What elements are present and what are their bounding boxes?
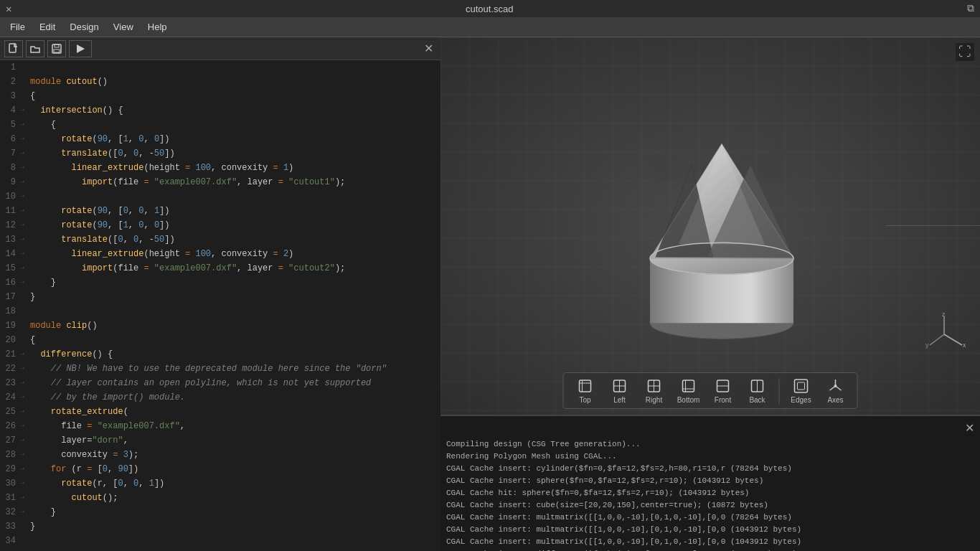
line-number: 27 bbox=[0, 433, 20, 448]
code-line: 27→ layer="dorn", bbox=[0, 433, 440, 448]
code-line: 31→ cutout(); bbox=[0, 491, 440, 505]
line-content: linear_extrude(height = 100, convexity =… bbox=[30, 247, 293, 261]
line-content: convexity = 3); bbox=[30, 448, 138, 462]
code-line: 16→ } bbox=[0, 276, 440, 290]
code-line: 30→ rotate(r, [0, 0, 1]) bbox=[0, 476, 440, 491]
line-content: layer="dorn", bbox=[30, 433, 128, 448]
code-editor[interactable]: 1 2module cutout()3{4→ intersection() {5… bbox=[0, 60, 440, 551]
line-content bbox=[30, 189, 35, 204]
titlebar: ✕ cutout.scad ⧉ bbox=[0, 0, 980, 17]
view-top-button[interactable]: Top bbox=[570, 376, 601, 405]
code-line: 22→ // NB! We have to use the deprecated… bbox=[0, 362, 440, 376]
line-number: 13 bbox=[0, 232, 20, 247]
line-number: 5 bbox=[0, 118, 20, 132]
line-fold-arrow: → bbox=[20, 419, 30, 433]
line-content: cutout(); bbox=[30, 491, 118, 505]
view-right-label: Right bbox=[646, 396, 662, 404]
line-fold-arrow: → bbox=[20, 462, 30, 476]
line-number: 4 bbox=[0, 103, 20, 118]
log-line: Compiling design (CSG Tree generation)..… bbox=[446, 438, 974, 451]
run-button[interactable] bbox=[69, 40, 92, 57]
line-fold-arrow: → bbox=[20, 132, 30, 146]
line-fold-arrow: → bbox=[20, 218, 30, 232]
line-content: // by the import() module. bbox=[30, 390, 185, 405]
viewport[interactable]: x y z ⛶ Top bbox=[440, 37, 980, 415]
console-close-button[interactable]: ✕ bbox=[965, 421, 974, 435]
line-number: 2 bbox=[0, 75, 20, 89]
line-number: 24 bbox=[0, 390, 20, 405]
code-line: 14→ linear_extrude(height = 100, convexi… bbox=[0, 247, 440, 261]
menu-view[interactable]: View bbox=[106, 19, 141, 35]
line-number: 18 bbox=[0, 304, 20, 319]
line-content: rotate(90, [0, 0, 1]) bbox=[30, 204, 169, 218]
editor-panel: ✕ 1 2module cutout()3{4→ intersection() … bbox=[0, 37, 440, 551]
menu-design[interactable]: Design bbox=[62, 19, 105, 35]
code-line: 15→ import(file = "example007.dxf", laye… bbox=[0, 261, 440, 276]
line-content: // layer contains an open polyline, whic… bbox=[30, 376, 371, 390]
main-content: ✕ 1 2module cutout()3{4→ intersection() … bbox=[0, 37, 980, 551]
code-line: 17} bbox=[0, 290, 440, 304]
code-line: 4→ intersection() { bbox=[0, 103, 440, 118]
line-content: rotate(90, [1, 0, 0]) bbox=[30, 132, 169, 146]
line-content: { bbox=[30, 118, 56, 132]
view-left-button[interactable]: Left bbox=[604, 376, 636, 405]
menu-file[interactable]: File bbox=[3, 19, 32, 35]
view-axes-button[interactable]: Axes bbox=[820, 376, 852, 405]
view-bottom-button[interactable]: Bottom bbox=[673, 376, 705, 405]
view-back-label: Back bbox=[749, 396, 765, 404]
maximize-btn[interactable]: ⧉ bbox=[967, 3, 974, 14]
close-btn[interactable]: ✕ bbox=[6, 3, 11, 15]
view-top-label: Top bbox=[579, 396, 590, 404]
menu-edit[interactable]: Edit bbox=[32, 19, 62, 35]
line-fold-arrow: → bbox=[20, 505, 30, 519]
editor-close-button[interactable]: ✕ bbox=[421, 42, 436, 55]
line-content: module clip() bbox=[30, 319, 98, 333]
new-file-button[interactable] bbox=[4, 40, 23, 57]
line-content bbox=[30, 534, 35, 548]
line-number: 33 bbox=[0, 519, 20, 534]
line-number: 20 bbox=[0, 333, 20, 347]
line-number: 25 bbox=[0, 405, 20, 419]
code-line: 23→ // layer contains an open polyline, … bbox=[0, 376, 440, 390]
line-content: { bbox=[30, 333, 35, 347]
svg-point-16 bbox=[717, 314, 720, 317]
code-line: 32→ } bbox=[0, 505, 440, 519]
menubar: File Edit Design View Help bbox=[0, 17, 980, 37]
line-fold-arrow: → bbox=[20, 433, 30, 448]
save-file-button[interactable] bbox=[47, 40, 66, 57]
view-front-label: Front bbox=[715, 396, 731, 404]
line-fold-arrow: → bbox=[20, 362, 30, 376]
line-fold-arrow: → bbox=[20, 261, 30, 276]
line-number: 1 bbox=[0, 60, 20, 75]
line-content: file = "example007.dxf", bbox=[30, 419, 185, 433]
line-number: 29 bbox=[0, 462, 20, 476]
menu-help[interactable]: Help bbox=[141, 19, 174, 35]
code-line: 19module clip() bbox=[0, 319, 440, 333]
line-content: for (r = [0, 90]) bbox=[30, 462, 138, 476]
line-number: 26 bbox=[0, 419, 20, 433]
line-number: 31 bbox=[0, 491, 20, 505]
view-bottom-label: Bottom bbox=[677, 396, 700, 404]
view-edges-button[interactable]: Edges bbox=[786, 376, 817, 405]
console-output: Compiling design (CSG Tree generation)..… bbox=[446, 438, 974, 551]
line-fold-arrow: → bbox=[20, 175, 30, 189]
view-right-button[interactable]: Right bbox=[639, 376, 670, 405]
log-line: CGAL Cache hit: sphere($fn=0,$fa=12,$fs=… bbox=[446, 487, 974, 499]
line-number: 9 bbox=[0, 175, 20, 189]
code-line: 33} bbox=[0, 519, 440, 534]
code-line: 34 bbox=[0, 534, 440, 548]
view-back-button[interactable]: Back bbox=[742, 376, 773, 405]
code-line: 3{ bbox=[0, 89, 440, 103]
view-front-button[interactable]: Front bbox=[707, 376, 739, 405]
editor-toolbar: ✕ bbox=[0, 37, 440, 60]
viewport-maximize-button[interactable]: ⛶ bbox=[956, 43, 974, 61]
open-file-button[interactable] bbox=[26, 40, 44, 57]
line-number: 21 bbox=[0, 347, 20, 362]
line-number: 15 bbox=[0, 261, 20, 276]
code-line: 18 bbox=[0, 304, 440, 319]
line-number: 6 bbox=[0, 132, 20, 146]
line-content: } bbox=[30, 290, 35, 304]
code-line: 5→ { bbox=[0, 118, 440, 132]
line-number: 22 bbox=[0, 362, 20, 376]
line-content: import(file = "example007.dxf", layer = … bbox=[30, 261, 345, 276]
